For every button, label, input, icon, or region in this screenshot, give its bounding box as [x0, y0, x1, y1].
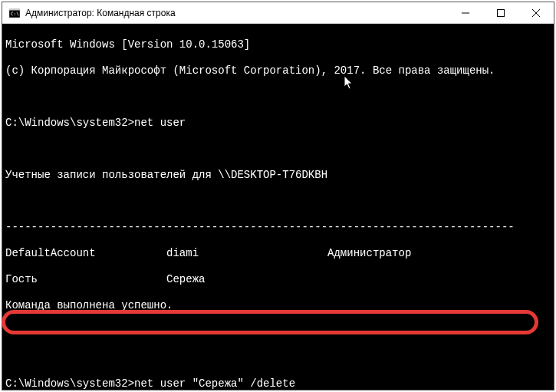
terminal-divider: ----------------------------------------… [5, 221, 551, 234]
terminal-line: Гость Сережа [5, 273, 551, 286]
terminal-line: DefaultAccount diami Администратор [5, 247, 551, 260]
terminal-line: Учетные записи пользователей для \\DESKT… [5, 169, 551, 182]
window-title: Администратор: Командная строка [25, 8, 448, 18]
terminal-prompt: C:\Windows\system32>net user [5, 117, 551, 130]
svg-text:C:\: C:\ [11, 11, 19, 16]
window-controls [448, 2, 554, 23]
terminal-line: Команда выполнена успешно. [5, 299, 551, 312]
terminal-line [5, 91, 551, 104]
terminal-line [5, 351, 551, 364]
close-button[interactable] [518, 2, 554, 23]
terminal-line [5, 325, 551, 338]
minimize-button[interactable] [448, 2, 483, 23]
titlebar[interactable]: C:\ Администратор: Командная строка [2, 2, 554, 24]
command-prompt-window: C:\ Администратор: Командная строка Micr… [2, 2, 554, 390]
terminal-output[interactable]: Microsoft Windows [Version 10.0.15063] (… [2, 24, 554, 390]
terminal-line: (c) Корпорация Майкрософт (Microsoft Cor… [5, 64, 551, 77]
terminal-line: Microsoft Windows [Version 10.0.15063] [5, 38, 551, 51]
terminal-line [5, 143, 551, 156]
terminal-line [5, 195, 551, 208]
cmd-icon: C:\ [8, 7, 21, 19]
terminal-prompt: C:\Windows\system32>net user "Сережа" /d… [5, 377, 551, 390]
mouse-cursor-icon [305, 62, 354, 107]
svg-rect-4 [498, 9, 505, 16]
maximize-button[interactable] [483, 2, 518, 23]
